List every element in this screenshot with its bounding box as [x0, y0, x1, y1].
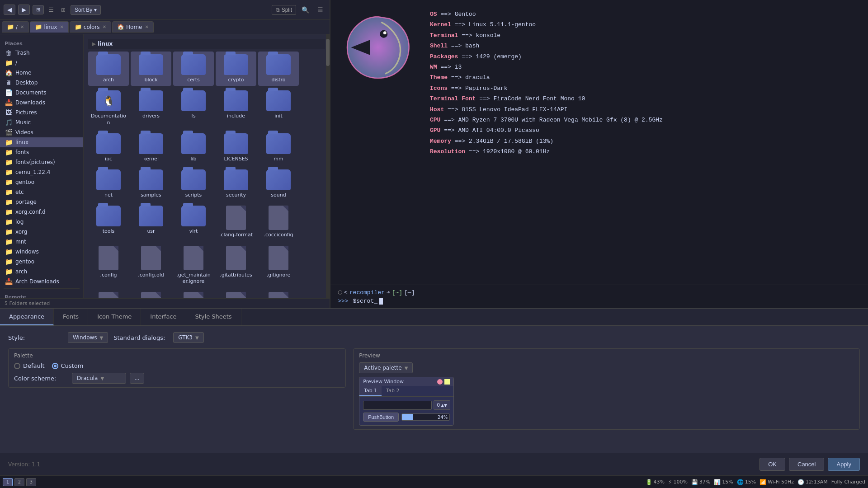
file-item-mailmap[interactable]: .mailmap — [88, 289, 129, 298]
gtk-preview-palette-select[interactable]: Active palette ▼ — [359, 362, 413, 373]
file-item-lib[interactable]: lib — [173, 131, 214, 165]
gtk-preview-push-button[interactable]: PushButton — [363, 413, 399, 422]
gtk-apply-button[interactable]: Apply — [828, 458, 860, 471]
gtk-style-select[interactable]: Windows ▼ — [68, 332, 108, 343]
file-item-clang-format[interactable]: .clang-format — [216, 203, 256, 241]
gtk-standard-dialogs-select[interactable]: GTK3 ▼ — [173, 332, 203, 343]
sidebar-item-root[interactable]: 📁 / — [0, 58, 83, 68]
sidebar-item-pictures[interactable]: 🖼 Pictures — [0, 108, 83, 117]
sidebar-item-arch-downloads[interactable]: 📥 Arch Downloads — [0, 277, 83, 286]
file-item-block[interactable]: block — [131, 52, 171, 86]
sidebar-item-cemu[interactable]: 📁 cemu_1.22.4 — [0, 167, 83, 177]
apps-button[interactable]: ⊞ — [33, 5, 44, 14]
gtk-preview-close-button[interactable] — [437, 379, 443, 385]
gtk-radio-custom[interactable]: Custom — [52, 362, 84, 369]
sidebar-item-home[interactable]: 🏠 Home — [0, 68, 83, 78]
view-list-button[interactable]: ☰ — [47, 5, 56, 14]
fm-menu-button[interactable]: ☰ — [315, 5, 326, 15]
gtk-preview-minimize-button[interactable] — [444, 379, 450, 385]
file-item-distro[interactable]: distro — [258, 52, 299, 86]
file-item-usr[interactable]: usr — [131, 203, 171, 241]
gtk-tab-style-sheets[interactable]: Style Sheets — [186, 309, 241, 325]
file-item-crypto[interactable]: crypto — [216, 52, 256, 86]
gtk-ok-button[interactable]: OK — [760, 458, 785, 471]
gtk-radio-default[interactable]: Default — [14, 362, 45, 369]
sidebar-item-videos[interactable]: 🎬 Videos — [0, 127, 83, 137]
sidebar-item-fonts-pictures[interactable]: 📁 fonts(pictures) — [0, 157, 83, 167]
split-button[interactable]: ⧉ Split — [272, 5, 296, 15]
file-item-tmp-system[interactable]: tmp_System.map — [258, 289, 299, 298]
fm-scroll-track[interactable] — [326, 34, 330, 298]
sidebar-item-mnt[interactable]: 📁 mnt — [0, 237, 83, 247]
sidebar-item-log[interactable]: 📁 log — [0, 217, 83, 227]
file-item-kernel[interactable]: kernel — [131, 131, 171, 165]
file-item-virt[interactable]: virt — [173, 203, 214, 241]
search-button[interactable]: 🔍 — [299, 5, 312, 15]
file-item-missing-syscalls[interactable]: .missing-syscalls.d — [131, 289, 171, 298]
sidebar-item-music[interactable]: 🎵 Music — [0, 117, 83, 127]
sidebar-item-xorgconfd[interactable]: 📁 xorg.conf.d — [0, 207, 83, 217]
forward-button[interactable]: ▶ — [18, 5, 30, 15]
taskbar-workspace-2[interactable]: 2 — [14, 478, 24, 486]
sidebar-item-gentoo2[interactable]: 📁 gentoo — [0, 257, 83, 267]
file-item-licenses[interactable]: LICENSES — [216, 131, 256, 165]
file-item-security[interactable]: security — [216, 167, 256, 201]
sidebar-item-etc[interactable]: 📁 etc — [0, 187, 83, 197]
gtk-tab-fonts[interactable]: Fonts — [54, 309, 88, 325]
file-item-fs[interactable]: fs — [173, 88, 214, 129]
file-item-sound[interactable]: sound — [258, 167, 299, 201]
gtk-tab-icon-theme[interactable]: Icon Theme — [88, 309, 141, 325]
file-item-drivers[interactable]: drivers — [131, 88, 171, 129]
sidebar-item-downloads[interactable]: 📥 Downloads — [0, 98, 83, 108]
sidebar-item-linux[interactable]: 📁 linux — [0, 137, 83, 147]
file-item-gitattributes[interactable]: .gitattributes — [216, 243, 256, 288]
file-item-net[interactable]: net — [88, 167, 129, 201]
tab-home-close[interactable]: ✕ — [145, 24, 148, 29]
file-item-modules-order[interactable]: .modules.order.cmd — [216, 289, 256, 298]
file-item-arch[interactable]: arch — [88, 52, 129, 86]
sidebar-item-windows[interactable]: 📁 windows — [0, 247, 83, 257]
file-item-documentation[interactable]: 🐧 Documentation — [88, 88, 129, 129]
sidebar-item-fonts[interactable]: 📁 fonts — [0, 147, 83, 157]
tab-colors-close[interactable]: ✕ — [103, 24, 106, 29]
file-item-scripts[interactable]: scripts — [173, 167, 214, 201]
tab-root[interactable]: 📁 / ✕ — [2, 21, 29, 33]
file-item-samples[interactable]: samples — [131, 167, 171, 201]
file-item-module-symvers[interactable]: .Module.symvers.cmd — [173, 289, 214, 298]
gtk-tab-interface[interactable]: Interface — [141, 309, 186, 325]
file-item-include[interactable]: include — [216, 88, 256, 129]
file-item-gitignore[interactable]: .gitignore — [258, 243, 299, 288]
gtk-preview-tab1[interactable]: Tab 1 — [359, 386, 382, 396]
gtk-cancel-button[interactable]: Cancel — [789, 458, 824, 471]
sidebar-item-arch[interactable]: 📁 arch — [0, 267, 83, 277]
back-button[interactable]: ◀ — [4, 5, 15, 15]
gtk-preview-tab2[interactable]: Tab 2 — [382, 386, 404, 396]
view-grid-button[interactable]: ⊞ — [59, 5, 68, 14]
taskbar-workspace-3[interactable]: 3 — [26, 478, 36, 486]
tab-home[interactable]: 🏠 Home ✕ — [112, 21, 154, 33]
file-item-init[interactable]: init — [258, 88, 299, 129]
gtk-tab-appearance[interactable]: Appearance — [0, 309, 54, 325]
tab-colors[interactable]: 📁 colors ✕ — [70, 21, 111, 33]
tab-linux[interactable]: 📁 linux ✕ — [30, 21, 68, 33]
file-item-certs[interactable]: certs — [173, 52, 214, 86]
gtk-dots-button[interactable]: ... — [130, 373, 144, 384]
sidebar-item-xorg[interactable]: 📁 xorg — [0, 227, 83, 237]
taskbar-workspace-1[interactable]: 1 — [3, 478, 13, 486]
sidebar-item-documents[interactable]: 📄 Documents — [0, 88, 83, 98]
file-item-tools[interactable]: tools — [88, 203, 129, 241]
sidebar-item-desktop[interactable]: 🖥 Desktop — [0, 78, 83, 88]
file-item-cocciconfig[interactable]: .cocciconfig — [258, 203, 299, 241]
fm-scroll-thumb[interactable] — [326, 39, 330, 66]
tab-linux-close[interactable]: ✕ — [60, 24, 63, 29]
gtk-preview-text-input[interactable] — [363, 401, 432, 410]
file-item-config[interactable]: .config — [88, 243, 129, 288]
sidebar-item-gentoo[interactable]: 📁 gentoo — [0, 177, 83, 187]
file-item-mm[interactable]: mm — [258, 131, 299, 165]
gtk-colorscheme-select[interactable]: Dracula ▼ — [72, 373, 126, 384]
sort-button[interactable]: Sort By ▾ — [71, 5, 101, 15]
sidebar-item-trash[interactable]: 🗑 Trash — [0, 48, 83, 58]
file-item-ipc[interactable]: ipc — [88, 131, 129, 165]
file-item-get-maintainer[interactable]: .get_maintainer.ignore — [173, 243, 214, 288]
sidebar-item-portage[interactable]: 📁 portage — [0, 197, 83, 207]
